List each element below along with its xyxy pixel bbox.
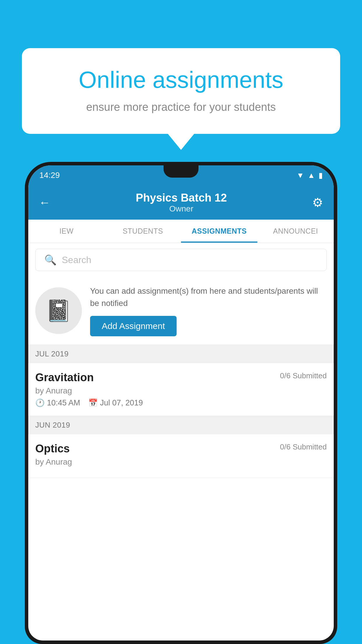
status-icons: ▼ ▲ ▮ bbox=[297, 171, 323, 180]
speech-bubble: Online assignments ensure more practice … bbox=[22, 48, 340, 134]
assignment-meta: 🕐 10:45 AM 📅 Jul 07, 2019 bbox=[35, 398, 327, 407]
settings-icon[interactable]: ⚙ bbox=[312, 195, 323, 210]
phone-notch bbox=[164, 165, 198, 178]
assignment-author-optics: by Anurag bbox=[35, 457, 327, 467]
tab-iew[interactable]: IEW bbox=[28, 220, 105, 243]
clock-icon: 🕐 bbox=[35, 398, 45, 407]
wifi-icon: ▼ bbox=[297, 171, 304, 180]
header-subtitle: Owner bbox=[136, 204, 227, 214]
assignment-name-optics: Optics bbox=[35, 442, 70, 455]
add-assignment-card: 📓 You can add assignment(s) from here an… bbox=[28, 277, 334, 345]
assignment-time: 🕐 10:45 AM bbox=[35, 398, 80, 407]
speech-bubble-section: Online assignments ensure more practice … bbox=[22, 48, 340, 150]
search-container: 🔍 Search bbox=[28, 243, 334, 277]
back-button[interactable]: ← bbox=[39, 196, 50, 209]
search-placeholder: Search bbox=[62, 255, 91, 265]
assignment-name: Gravitation bbox=[35, 371, 94, 384]
assignment-icon-circle: 📓 bbox=[35, 287, 82, 334]
assignment-item-header: Gravitation 0/6 Submitted bbox=[35, 371, 327, 384]
search-icon: 🔍 bbox=[44, 254, 57, 266]
assignment-info: You can add assignment(s) from here and … bbox=[90, 285, 327, 336]
header-center: Physics Batch 12 Owner bbox=[136, 192, 227, 214]
assignment-date: 📅 Jul 07, 2019 bbox=[88, 398, 143, 407]
speech-bubble-title: Online assignments bbox=[45, 67, 317, 93]
tabs-bar: IEW STUDENTS ASSIGNMENTS ANNOUNCEI bbox=[28, 220, 334, 243]
speech-bubble-subtitle: ensure more practice for your students bbox=[45, 101, 317, 113]
phone-frame: 14:29 ▼ ▲ ▮ ← Physics Batch 12 Owner ⚙ I… bbox=[25, 162, 337, 644]
phone-screen: 14:29 ▼ ▲ ▮ ← Physics Batch 12 Owner ⚙ I… bbox=[28, 165, 334, 640]
signal-icon: ▲ bbox=[307, 171, 315, 180]
calendar-icon: 📅 bbox=[88, 398, 98, 407]
notebook-icon: 📓 bbox=[45, 298, 72, 323]
app-header: ← Physics Batch 12 Owner ⚙ bbox=[28, 185, 334, 220]
assignment-submitted-optics: 0/6 Submitted bbox=[280, 442, 327, 452]
section-header-jul: JUL 2019 bbox=[28, 345, 334, 363]
search-input-wrapper[interactable]: 🔍 Search bbox=[35, 249, 327, 271]
tab-students[interactable]: STUDENTS bbox=[105, 220, 181, 243]
assignment-item-header-optics: Optics 0/6 Submitted bbox=[35, 442, 327, 455]
speech-bubble-tail bbox=[168, 134, 194, 150]
tab-announcements[interactable]: ANNOUNCEI bbox=[257, 220, 334, 243]
header-title: Physics Batch 12 bbox=[136, 192, 227, 204]
assignment-item-gravitation[interactable]: Gravitation 0/6 Submitted by Anurag 🕐 10… bbox=[28, 363, 334, 416]
section-header-jun: JUN 2019 bbox=[28, 416, 334, 434]
status-time: 14:29 bbox=[39, 171, 60, 180]
tab-assignments[interactable]: ASSIGNMENTS bbox=[181, 220, 257, 243]
assignment-author: by Anurag bbox=[35, 386, 327, 396]
assignment-item-optics[interactable]: Optics 0/6 Submitted by Anurag bbox=[28, 434, 334, 478]
phone-content: ← Physics Batch 12 Owner ⚙ IEW STUDENTS … bbox=[28, 185, 334, 640]
battery-icon: ▮ bbox=[319, 171, 323, 180]
add-assignment-button[interactable]: Add Assignment bbox=[90, 316, 177, 336]
assignment-submitted: 0/6 Submitted bbox=[280, 371, 327, 380]
assignment-description: You can add assignment(s) from here and … bbox=[90, 285, 327, 309]
